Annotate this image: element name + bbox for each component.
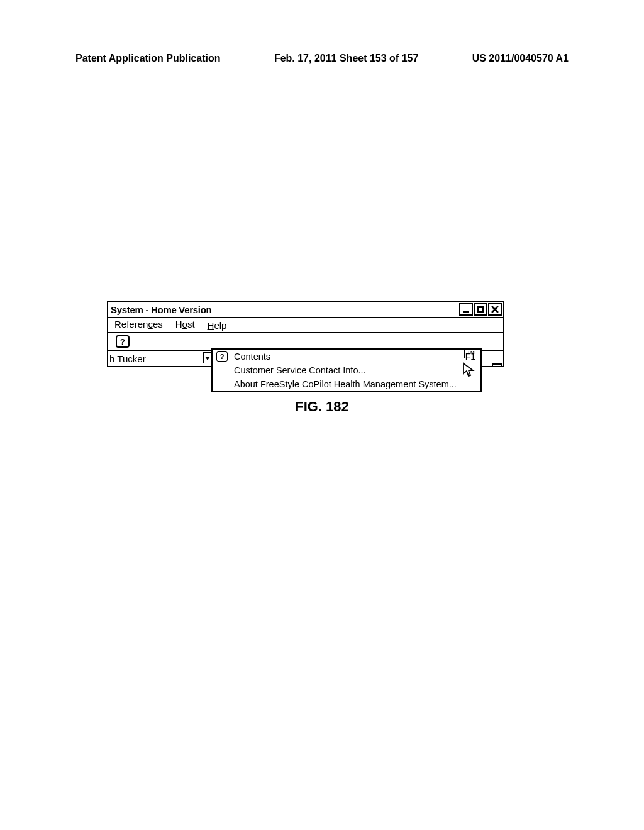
- toolbar: ? TM ? Contents F1 Customer Service Cont…: [108, 333, 503, 351]
- help-menu-customer-service[interactable]: Customer Service Contact Info...: [213, 363, 480, 377]
- minimize-icon: [463, 311, 469, 313]
- user-name: Tucker: [116, 353, 145, 364]
- chevron-down-icon: [205, 357, 210, 360]
- help-menu-contents[interactable]: ? Contents F1: [213, 350, 480, 363]
- window-title: System - Home Version: [109, 304, 458, 315]
- user-prefix: h: [108, 353, 114, 364]
- help-dropdown: TM ? Contents F1 Customer Service Contac…: [211, 348, 482, 392]
- scrollbar-stub[interactable]: [492, 363, 502, 367]
- dropdown-caret[interactable]: [203, 352, 211, 363]
- cursor-icon: [462, 362, 475, 381]
- maximize-button[interactable]: [474, 303, 487, 316]
- window-controls: [458, 303, 502, 316]
- menubar: References Host Help: [108, 318, 503, 333]
- close-icon: [491, 305, 499, 314]
- titlebar: System - Home Version: [108, 302, 503, 318]
- header-left: Patent Application Publication: [75, 53, 221, 64]
- app-window: System - Home Version References Host He…: [107, 301, 504, 367]
- menu-help[interactable]: Help: [204, 319, 231, 331]
- help-customer-service-label: Customer Service Contact Info...: [216, 365, 477, 375]
- help-icon-small: ?: [216, 351, 228, 362]
- header-center: Feb. 17, 2011 Sheet 153 of 157: [274, 53, 418, 64]
- help-contents-label: Contents: [234, 351, 465, 362]
- page-header: Patent Application Publication Feb. 17, …: [0, 53, 644, 64]
- menu-references[interactable]: References: [108, 319, 169, 331]
- help-icon[interactable]: ?: [116, 335, 130, 348]
- menu-help-hotkey: H: [208, 320, 214, 331]
- maximize-icon: [477, 306, 484, 313]
- minimize-button[interactable]: [459, 303, 473, 316]
- help-menu-about[interactable]: About FreeStyle CoPilot Health Managemen…: [213, 377, 480, 391]
- help-about-label: About FreeStyle CoPilot Health Managemen…: [216, 379, 477, 389]
- menu-host[interactable]: Host: [169, 319, 201, 331]
- close-button[interactable]: [488, 303, 502, 316]
- menu-references-hotkey: c: [148, 319, 153, 329]
- menu-host-hotkey: o: [182, 319, 187, 329]
- figure-label: FIG. 182: [0, 399, 644, 415]
- tm-badge: TM: [464, 350, 479, 358]
- header-right: US 2011/0040570 A1: [472, 53, 569, 64]
